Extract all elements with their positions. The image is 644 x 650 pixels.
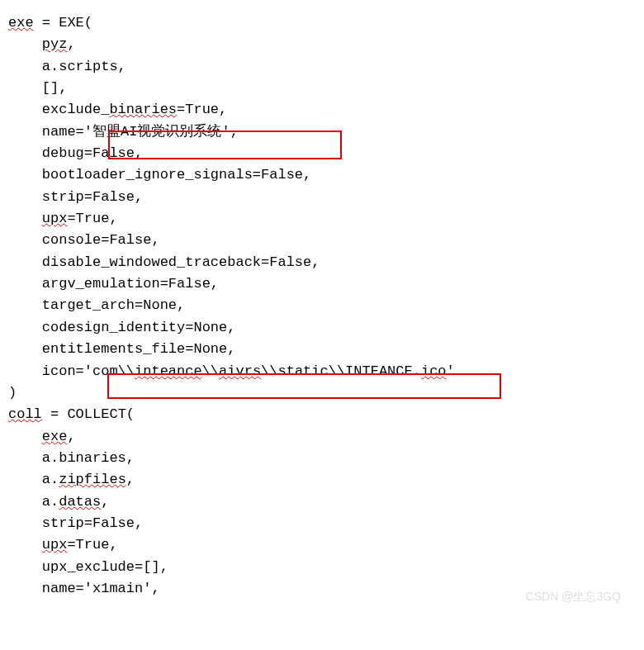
code-token: = COLLECT( [42, 406, 135, 422]
code-line: bootloader_ignore_signals=False, [8, 164, 636, 186]
code-token: \\static\\INTEANCE. [261, 363, 421, 379]
code-token: ico [421, 363, 447, 379]
code-snippet: exe = EXE( pyz, a.scripts, [], exclude_b… [8, 12, 636, 600]
code-token: binaries [109, 102, 177, 117]
code-token [8, 537, 42, 553]
code-line: a.zipfiles, [8, 469, 636, 491]
code-line: a.binaries, [8, 448, 636, 469]
code-token: a. [8, 494, 59, 510]
code-token: = EXE( [34, 15, 92, 31]
code-line: ) [8, 382, 636, 404]
code-line: pyz, [8, 34, 636, 55]
code-token: exe [8, 15, 34, 31]
code-token: datas [59, 494, 101, 510]
code-token: \\ [202, 363, 219, 379]
code-line: argv_emulation=False, [8, 273, 636, 295]
code-token: upx [42, 211, 68, 226]
code-line: disable_windowed_traceback=False, [8, 252, 636, 273]
code-line: upx_exclude=[], [8, 557, 636, 578]
code-token: , [67, 429, 75, 444]
code-line: coll = COLLECT( [8, 404, 636, 425]
code-token: exe [42, 429, 68, 444]
code-line: strip=False, [8, 187, 636, 208]
code-token [8, 429, 42, 444]
code-line: debug=False, [8, 143, 636, 164]
code-token: exclude_ [8, 102, 109, 117]
code-token: zipfiles [59, 472, 126, 487]
code-line: codesign_identity=None, [8, 317, 636, 339]
code-token: coll [8, 406, 42, 422]
code-token: =True, [67, 537, 117, 553]
code-line: upx=True, [8, 208, 636, 230]
code-token: 'com\\ [84, 363, 135, 379]
code-token: aivrs [219, 363, 261, 379]
code-line: [], [8, 78, 636, 99]
code-token: a. [8, 472, 59, 487]
code-token: name= [8, 124, 84, 140]
code-line: target_arch=None, [8, 295, 636, 316]
code-line: console=False, [8, 230, 636, 251]
code-line: upx=True, [8, 534, 636, 556]
code-line: exe = EXE( [8, 12, 636, 34]
code-token: , [67, 36, 75, 52]
code-token: upx [42, 537, 68, 553]
code-token: pyz [42, 36, 68, 52]
code-token: , [126, 472, 135, 487]
code-token: =True, [177, 102, 227, 117]
code-token: , [101, 494, 109, 510]
code-line: strip=False, [8, 513, 636, 534]
code-token [8, 211, 42, 226]
code-token [8, 36, 42, 52]
code-line: a.datas, [8, 491, 636, 513]
code-line: name='x1main', [8, 578, 636, 600]
code-token: =True, [67, 211, 117, 226]
code-token: icon= [8, 363, 84, 379]
code-line: exe, [8, 426, 636, 448]
code-line: icon='com\\inteance\\aivrs\\static\\INTE… [8, 361, 636, 382]
code-line: a.scripts, [8, 56, 636, 78]
code-line: entitlements_file=None, [8, 339, 636, 360]
code-token: ' [447, 363, 455, 379]
code-token: inteance [135, 363, 202, 379]
code-line: exclude_binaries=True, [8, 99, 636, 121]
code-token: '智盟AI视觉识别系统', [84, 124, 239, 140]
code-line: name='智盟AI视觉识别系统', [8, 121, 636, 143]
